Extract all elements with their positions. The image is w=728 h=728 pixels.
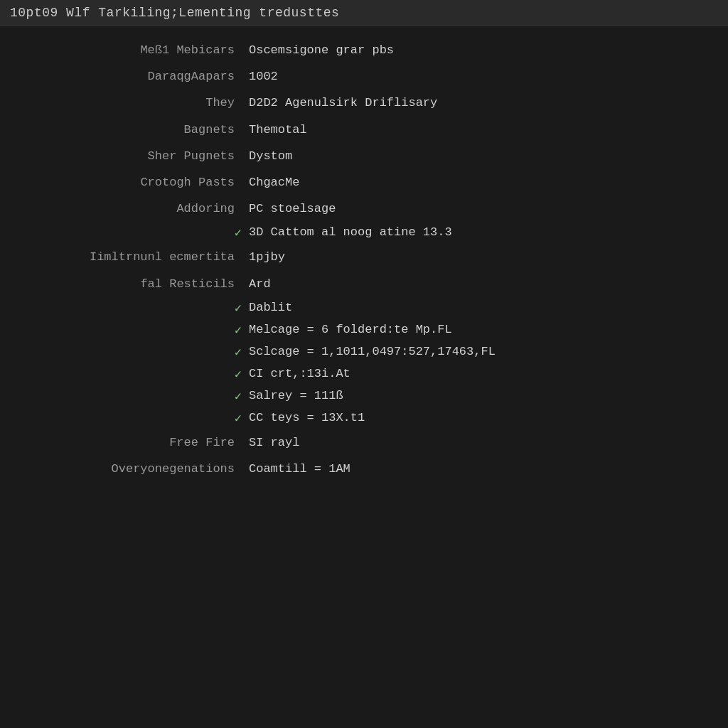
row-label: fal Resticils bbox=[21, 274, 249, 294]
data-row: TheyD2D2 Agenulsirk Driflisary bbox=[21, 93, 707, 112]
check-mark: ✓ bbox=[21, 323, 249, 338]
check-mark: ✓ bbox=[21, 225, 249, 240]
title-text: 10pt09 bbox=[10, 6, 58, 20]
check-row: ✓Dablit bbox=[21, 301, 707, 316]
data-row: BagnetsThemotal bbox=[21, 120, 707, 139]
row-value: SI rayl bbox=[249, 433, 707, 452]
row-value: Dystom bbox=[249, 146, 707, 166]
data-row: Free FireSI rayl bbox=[21, 433, 707, 452]
data-row: OveryonegenationsCoamtill = 1AM bbox=[21, 459, 707, 478]
check-mark: ✓ bbox=[21, 301, 249, 316]
row-label: Addoring bbox=[21, 199, 249, 218]
row-label: DaraqgAapars bbox=[21, 67, 249, 86]
row-value: Coamtill = 1AM bbox=[249, 459, 707, 478]
content-area: Meß1 MebicarsOscemsigone grar pbsDaraqgA… bbox=[0, 26, 728, 500]
check-row: ✓Salrey = 111ß bbox=[21, 389, 707, 404]
check-mark: ✓ bbox=[21, 411, 249, 426]
data-row: DaraqgAapars1002 bbox=[21, 67, 707, 86]
row-label: Sher Pugnets bbox=[21, 146, 249, 166]
check-mark: ✓ bbox=[21, 345, 249, 360]
check-row: ✓CC teys = 13X.t1 bbox=[21, 411, 707, 426]
check-value-text: Salrey = 111ß bbox=[249, 389, 707, 402]
row-label: Iimltrnunl ecmertita bbox=[21, 247, 249, 267]
check-value-text: CC teys = 13X.t1 bbox=[249, 411, 707, 424]
row-value: PC stoelsage bbox=[249, 199, 707, 218]
check-value-text: Melcage = 6 folderd:te Mp.FL bbox=[249, 323, 707, 336]
title-rest: Wlf Tarkiling;Lementing tredusttes bbox=[58, 6, 340, 20]
check-row: ✓Melcage = 6 folderd:te Mp.FL bbox=[21, 323, 707, 338]
data-row: Sher PugnetsDystom bbox=[21, 146, 707, 166]
data-row: Iimltrnunl ecmertita1pjby bbox=[21, 247, 707, 267]
data-row: Meß1 MebicarsOscemsigone grar pbs bbox=[21, 41, 707, 60]
check-row: ✓CI crt,:13i.At bbox=[21, 367, 707, 382]
check-mark: ✓ bbox=[21, 367, 249, 382]
title-bar: 10pt09 Wlf Tarkiling;Lementing tredustte… bbox=[0, 0, 728, 26]
row-value: Ard bbox=[249, 274, 707, 294]
check-value-text: CI crt,:13i.At bbox=[249, 367, 707, 380]
row-label: Meß1 Mebicars bbox=[21, 41, 249, 60]
row-value: ChgacMe bbox=[249, 173, 707, 192]
data-row: AddoringPC stoelsage bbox=[21, 199, 707, 218]
row-label: They bbox=[21, 93, 249, 112]
row-label: Overyonegenations bbox=[21, 459, 249, 478]
row-value: Themotal bbox=[249, 120, 707, 139]
check-value-text: 3D Cattom al noog atine 13.3 bbox=[249, 225, 707, 239]
row-value: 1pjby bbox=[249, 247, 707, 267]
row-value: D2D2 Agenulsirk Driflisary bbox=[249, 93, 707, 112]
row-value: Oscemsigone grar pbs bbox=[249, 41, 707, 60]
data-row: Crotogh PastsChgacMe bbox=[21, 173, 707, 192]
check-value-text: Dablit bbox=[249, 301, 707, 314]
data-row: fal ResticilsArd bbox=[21, 274, 707, 294]
row-label: Crotogh Pasts bbox=[21, 173, 249, 192]
row-label: Free Fire bbox=[21, 433, 249, 452]
row-value: 1002 bbox=[249, 67, 707, 86]
check-row: ✓3D Cattom al noog atine 13.3 bbox=[21, 225, 707, 240]
row-label: Bagnets bbox=[21, 120, 249, 139]
check-row: ✓Sclcage = 1,1011,0497:527,17463,FL bbox=[21, 345, 707, 360]
check-mark: ✓ bbox=[21, 389, 249, 404]
check-value-text: Sclcage = 1,1011,0497:527,17463,FL bbox=[249, 345, 707, 358]
